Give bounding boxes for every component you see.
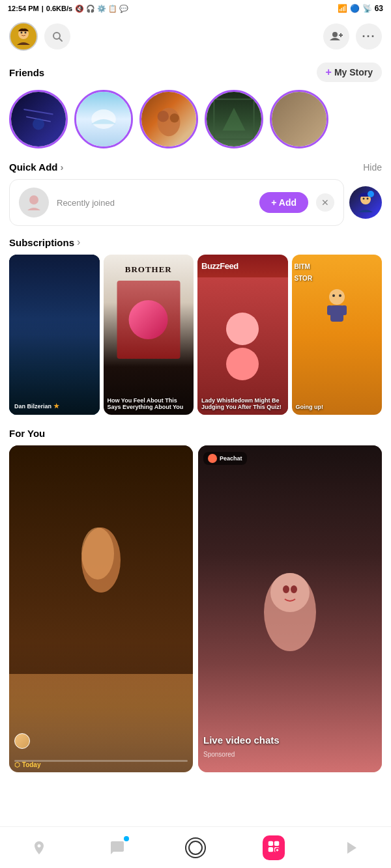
svg-point-35 [283,585,289,593]
buzzfeed-card-label: Lady Whistledown Might Be Judging You Af… [201,397,284,412]
svg-point-25 [329,289,345,305]
bluetooth-icon: 🔵 [350,4,360,13]
status-icons: 🔇 🎧 ⚙️ 📋 💬 [75,5,128,13]
svg-point-36 [291,585,297,593]
svg-point-2 [21,32,23,34]
status-network: | [42,5,44,12]
wifi-icon: 📶 [338,4,347,13]
for-you-grid: ⬡ Today [9,445,382,772]
status-right: 📶 🔵 📡 63 [338,4,383,13]
quick-add-title: Quick Add › [9,161,63,173]
svg-point-20 [29,195,38,204]
svg-point-24 [368,191,374,197]
search-button[interactable] [44,23,70,49]
svg-point-27 [332,294,335,297]
story-item-4[interactable] [205,90,263,148]
dan-bilzerian-label: Dan Bilzerian ★ [14,402,59,410]
svg-point-23 [367,198,369,200]
verified-star: ★ [53,402,59,410]
bitmoji-card-label: Going up! [296,404,379,411]
discover-active-background [263,835,285,860]
hide-button[interactable]: Hide [363,162,382,173]
subscriptions-title: Subscriptions [9,237,74,248]
story-item-2[interactable] [74,90,133,148]
add-button[interactable]: + Add [259,192,308,213]
signal-icon: 📡 [362,4,372,13]
my-story-button[interactable]: + My Story [317,63,382,82]
brother-card-label: How You Feel About This Says Everything … [108,397,190,412]
svg-rect-30 [341,305,347,315]
svg-point-17 [170,113,179,122]
add-button-label: + Add [271,197,297,208]
header-right: ··· [323,23,382,49]
svg-point-32 [81,527,114,580]
nav-camera[interactable] [180,832,211,863]
bottom-navigation [0,826,391,868]
sub-card-bitmoji[interactable]: BITMSTOR Going up! [292,255,383,415]
friends-section-header: Friends + My Story [0,56,391,86]
status-time: 12:54 PM [8,5,39,12]
quick-add-header: Quick Add › Hide [9,161,382,173]
svg-point-38 [189,841,202,854]
status-speed: 0.6KB/s [46,5,72,12]
more-options-button[interactable]: ··· [356,23,382,49]
svg-rect-41 [268,847,273,851]
story-item-5[interactable] [270,90,328,148]
quick-add-info: Recently joined [57,197,252,208]
header-left [9,22,70,51]
for-you-card-1[interactable]: ⬡ Today [9,445,193,772]
sponsored-label: Sponsored [203,751,235,758]
nav-map[interactable] [23,832,55,863]
for-you-section: For You [0,421,391,772]
sub-card-buzzfeed[interactable]: BuzzFeed Lady Whistledown Might Be Judgi… [197,255,288,415]
nav-discover[interactable] [258,832,289,863]
my-story-label: My Story [334,67,373,77]
person-avatar [19,188,49,217]
quick-add-label: Quick Add [9,161,57,173]
for-you-title: For You [9,428,382,439]
svg-point-3 [25,32,27,34]
chat-notification-dot [124,836,129,841]
story-item-1[interactable] [9,90,68,148]
svg-point-34 [270,573,310,612]
live-video-label: Live video chats [203,735,280,746]
dismiss-button[interactable]: ✕ [316,193,334,212]
subscriptions-chevron: › [77,236,80,248]
sub-card-dan[interactable]: Dan Bilzerian ★ [9,255,100,415]
nav-spotlight[interactable] [336,832,368,863]
subscriptions-header: Subscriptions › [9,236,382,248]
add-friend-button[interactable] [323,23,349,49]
subscriptions-section: Subscriptions › Dan Bilzerian ★ BROTHER [0,230,391,421]
today-label: ⬡ Today [14,761,40,768]
svg-point-28 [339,294,341,297]
subscriptions-grid: Dan Bilzerian ★ BROTHER How You Feel Abo… [9,255,382,415]
story-item-3[interactable] [139,90,198,148]
peachat-logo-text: Peachat [220,455,242,462]
friends-title: Friends [9,67,44,78]
svg-point-6 [332,32,338,37]
quick-add-chevron: › [60,161,63,173]
quick-add-card: Recently joined + Add ✕ [9,179,344,226]
user-avatar[interactable] [9,22,38,51]
svg-line-5 [59,38,62,41]
svg-marker-46 [347,842,356,854]
svg-rect-39 [268,841,273,845]
side-avatar[interactable] [349,186,382,219]
sub-card-brother[interactable]: BROTHER How You Feel About This Says Eve… [104,255,194,415]
quick-add-subtitle: Recently joined [57,198,115,208]
svg-point-22 [363,198,365,200]
status-bar: 12:54 PM | 0.6KB/s 🔇 🎧 ⚙️ 📋 💬 📶 🔵 📡 63 [0,0,391,17]
quick-add-section: Quick Add › Hide Recently joined + Add ✕ [0,158,391,230]
battery-text: 63 [375,4,383,13]
svg-rect-40 [274,841,279,845]
svg-point-16 [158,111,169,122]
svg-point-12 [33,119,44,130]
app-header: ··· [0,17,391,56]
for-you-card-2[interactable]: Peachat Live video chats Sponsored [198,445,382,772]
stories-row [0,86,391,158]
svg-rect-29 [327,305,332,315]
status-left: 12:54 PM | 0.6KB/s 🔇 🎧 ⚙️ 📋 💬 [8,5,128,13]
nav-chat[interactable] [102,832,133,863]
